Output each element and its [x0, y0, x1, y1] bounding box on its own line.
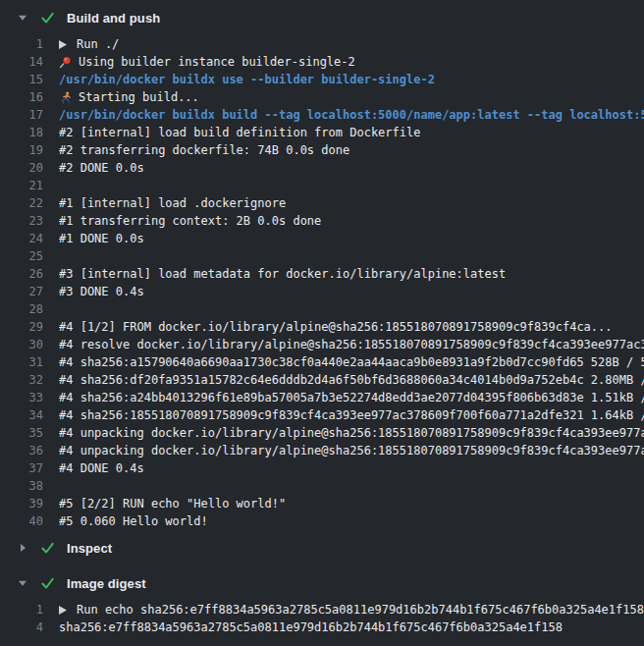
log-line: 34#4 sha256:185518070891758909c9f839cf4c…: [0, 406, 644, 424]
log-text: #4 resolve docker.io/library/alpine@sha2…: [59, 338, 644, 351]
line-content: #4 DONE 0.4s: [59, 461, 644, 475]
line-content: #1 [internal] load .dockerignore: [59, 196, 644, 210]
play-icon[interactable]: [59, 606, 67, 615]
line-content: #4 unpacking docker.io/library/alpine@sh…: [59, 444, 644, 458]
line-number[interactable]: 33: [0, 391, 43, 404]
line-number[interactable]: 28: [0, 302, 43, 316]
line-number[interactable]: 16: [0, 90, 43, 104]
log-line: 24#1 DONE 0.0s: [0, 230, 644, 247]
line-number[interactable]: 19: [0, 143, 43, 157]
chevron-down-icon[interactable]: [18, 13, 27, 23]
log-text: Using builder instance builder-single-2: [79, 55, 355, 69]
log-line: 20#2 DONE 0.0s: [0, 159, 644, 177]
log-text: /usr/bin/docker buildx use --builder bui…: [59, 73, 435, 86]
line-number[interactable]: 4: [0, 620, 43, 634]
line-number[interactable]: 39: [0, 497, 43, 511]
log-text: #4 unpacking docker.io/library/alpine@sh…: [59, 444, 644, 458]
log-text: #4 [1/2] FROM docker.io/library/alpine@s…: [59, 320, 613, 334]
line-content: #4 sha256:a15790640a6690aa1730c38cf0a440…: [59, 355, 644, 369]
log-line: 38: [0, 477, 644, 495]
log-line: 32#4 sha256:df20fa9351a15782c64e6dddb2d4…: [0, 371, 644, 389]
line-number[interactable]: 38: [0, 479, 43, 493]
log-text: #3 DONE 0.4s: [59, 285, 144, 298]
line-content: #4 [1/2] FROM docker.io/library/alpine@s…: [59, 320, 644, 334]
line-content: Run ./: [59, 37, 644, 51]
line-number[interactable]: 24: [0, 232, 43, 245]
line-number[interactable]: 1: [0, 603, 43, 617]
log-line: 33#4 sha256:a24bb4013296f61e89ba57005a7b…: [0, 389, 644, 406]
line-number[interactable]: 31: [0, 355, 43, 369]
log-line: 39#5 [2/2] RUN echo "Hello world!": [0, 495, 644, 512]
line-content: #3 DONE 0.4s: [59, 285, 644, 298]
log-line: 35#4 unpacking docker.io/library/alpine@…: [0, 424, 644, 442]
play-icon[interactable]: [59, 40, 67, 49]
log-text: Starting build...: [79, 90, 199, 104]
line-content: /usr/bin/docker buildx use --builder bui…: [59, 73, 644, 86]
line-number[interactable]: 30: [0, 338, 43, 351]
line-content: Using builder instance builder-single-2: [59, 55, 644, 69]
log-line: 4sha256:e7ff8834a5963a2785c5a0811e979d16…: [0, 619, 644, 636]
check-icon: [40, 11, 55, 25]
line-number[interactable]: 36: [0, 444, 43, 458]
line-number[interactable]: 17: [0, 108, 43, 122]
runner-icon[interactable]: [59, 91, 72, 104]
line-number[interactable]: 40: [0, 514, 43, 528]
log-line: 36#4 unpacking docker.io/library/alpine@…: [0, 442, 644, 459]
section-body-image-digest: 1Run echo sha256:e7ff8834a5963a2785c5a08…: [0, 601, 644, 636]
log-line: 15/usr/bin/docker buildx use --builder b…: [0, 71, 644, 88]
log-line: 30#4 resolve docker.io/library/alpine@sh…: [0, 336, 644, 353]
log-text[interactable]: Run ./: [77, 37, 119, 51]
line-number[interactable]: 37: [0, 461, 43, 475]
line-number[interactable]: 27: [0, 285, 43, 298]
line-number[interactable]: 35: [0, 426, 43, 440]
section-header-inspect[interactable]: Inspect: [0, 530, 644, 565]
log-line: 28: [0, 300, 644, 318]
section-body-build-and-push: 1Run ./14Using builder instance builder-…: [0, 35, 644, 530]
line-content: #4 sha256:185518070891758909c9f839cf4ca3…: [59, 408, 644, 422]
line-number[interactable]: 25: [0, 249, 43, 263]
log-text: #4 sha256:a24bb4013296f61e89ba57005a7b3e…: [59, 391, 644, 404]
section-header-build-and-push[interactable]: Build and push: [0, 0, 644, 35]
line-content: Run echo sha256:e7ff8834a5963a2785c5a081…: [59, 603, 644, 617]
line-number[interactable]: 34: [0, 408, 43, 422]
line-number[interactable]: 29: [0, 320, 43, 334]
actions-log-viewer: Build and push1Run ./14Using builder ins…: [0, 0, 644, 646]
line-number[interactable]: 22: [0, 196, 43, 210]
chevron-down-icon[interactable]: [18, 578, 27, 588]
log-line: 31#4 sha256:a15790640a6690aa1730c38cf0a4…: [0, 353, 644, 371]
pushpin-icon[interactable]: [59, 56, 72, 69]
log-text: /usr/bin/docker buildx build --tag local…: [59, 108, 644, 122]
log-line: 40#5 0.060 Hello world!: [0, 512, 644, 530]
check-icon: [40, 541, 55, 555]
line-number[interactable]: 18: [0, 126, 43, 139]
line-number[interactable]: 20: [0, 161, 43, 175]
line-number[interactable]: 26: [0, 267, 43, 281]
line-number[interactable]: 32: [0, 373, 43, 387]
log-text: #4 sha256:185518070891758909c9f839cf4ca3…: [59, 408, 644, 422]
line-content: #5 [2/2] RUN echo "Hello world!": [59, 497, 644, 511]
log-line: 37#4 DONE 0.4s: [0, 459, 644, 477]
log-text: #2 transferring dockerfile: 74B 0.0s don…: [59, 143, 349, 157]
line-content: #4 sha256:a24bb4013296f61e89ba57005a7b3e…: [59, 391, 644, 404]
line-content: #3 [internal] load metadata for docker.i…: [59, 267, 644, 281]
line-content: #5 0.060 Hello world!: [59, 514, 644, 528]
line-content: #2 DONE 0.0s: [59, 161, 644, 175]
line-content: #4 resolve docker.io/library/alpine@sha2…: [59, 338, 644, 351]
log-text: #4 DONE 0.4s: [59, 461, 144, 475]
log-text: #1 transferring context: 2B 0.0s done: [59, 214, 321, 228]
line-content: #1 DONE 0.0s: [59, 232, 644, 245]
line-content: /usr/bin/docker buildx build --tag local…: [59, 108, 644, 122]
log-text[interactable]: Run echo sha256:e7ff8834a5963a2785c5a081…: [77, 603, 644, 617]
line-number[interactable]: 21: [0, 179, 43, 192]
line-number[interactable]: 1: [0, 37, 43, 51]
line-number[interactable]: 15: [0, 73, 43, 86]
chevron-right-icon[interactable]: [18, 543, 27, 553]
log-text: #1 DONE 0.0s: [59, 232, 144, 245]
line-number[interactable]: 14: [0, 55, 43, 69]
log-text: #4 unpacking docker.io/library/alpine@sh…: [59, 426, 644, 440]
line-number[interactable]: 23: [0, 214, 43, 228]
log-text: #4 sha256:a15790640a6690aa1730c38cf0a440…: [59, 355, 644, 369]
section-header-image-digest[interactable]: Image digest: [0, 565, 644, 601]
log-line: 14Using builder instance builder-single-…: [0, 53, 644, 71]
log-line: 17/usr/bin/docker buildx build --tag loc…: [0, 106, 644, 124]
